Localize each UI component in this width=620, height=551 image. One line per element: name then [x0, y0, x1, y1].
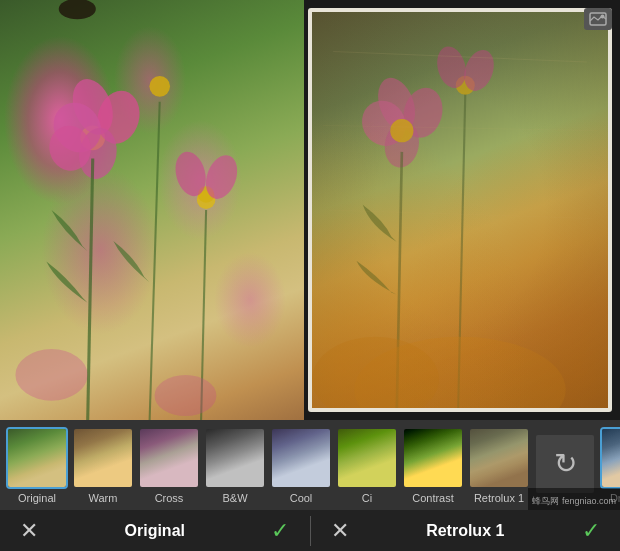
filter-item-ci[interactable]: Ci [336, 427, 398, 504]
filter-label-cool: Cool [290, 492, 313, 504]
filter-item-contrast[interactable]: Contrast [402, 427, 464, 504]
filter-item-cool[interactable]: Cool [270, 427, 332, 504]
filter-label-contrast: Contrast [412, 492, 454, 504]
filter-item-original[interactable]: Original [6, 427, 68, 504]
action-bar: ✕ Original ✓ ✕ Retrolux 1 ✓ [0, 510, 620, 551]
left-cancel-button[interactable]: ✕ [20, 518, 38, 544]
svg-point-33 [601, 15, 605, 19]
filter-item-cross[interactable]: Cross [138, 427, 200, 504]
filter-label-retrolux1: Retrolux 1 [474, 492, 524, 504]
filter-item-bw[interactable]: B&W [204, 427, 266, 504]
main-container: Original Warm Cross B&W [0, 0, 620, 551]
left-image-panel [0, 0, 304, 420]
left-confirm-button[interactable]: ✓ [271, 518, 289, 544]
corner-icon[interactable] [584, 8, 612, 30]
action-right: ✕ Retrolux 1 ✓ [311, 518, 621, 544]
right-panel-wrapper [304, 0, 620, 420]
right-action-label: Retrolux 1 [426, 522, 504, 540]
right-confirm-button[interactable]: ✓ [582, 518, 600, 544]
filter-item-retrolux1[interactable]: Retrolux 1 [468, 427, 530, 504]
filter-label-bw: B&W [222, 492, 247, 504]
filter-label-ci: Ci [362, 492, 372, 504]
right-image-panel [308, 8, 612, 412]
left-action-label: Original [125, 522, 185, 540]
image-area [0, 0, 620, 420]
watermark-text: 蜂鸟网 fengniao.com [532, 496, 616, 506]
refresh-icon: ↻ [554, 447, 577, 480]
watermark: 蜂鸟网 fengniao.com [528, 488, 620, 510]
filter-label-warm: Warm [89, 492, 118, 504]
filter-item-warm[interactable]: Warm [72, 427, 134, 504]
filter-strip: Original Warm Cross B&W [0, 420, 620, 510]
action-left: ✕ Original ✓ [0, 518, 310, 544]
filter-label-cross: Cross [155, 492, 184, 504]
filter-label-original: Original [18, 492, 56, 504]
right-cancel-button[interactable]: ✕ [331, 518, 349, 544]
